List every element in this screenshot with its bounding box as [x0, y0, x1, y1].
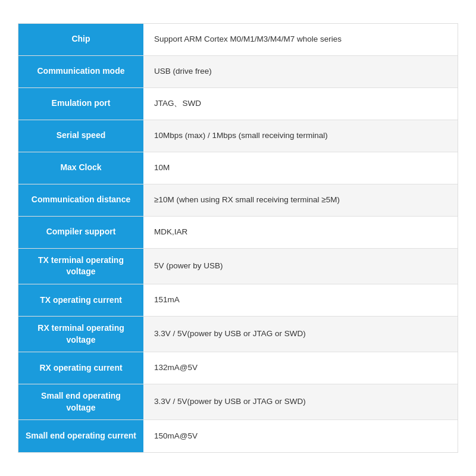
value-cell: Support ARM Cortex M0/M1/M3/M4/M7 whole …	[143, 24, 458, 55]
label-cell: TX operating current	[18, 284, 143, 316]
label-cell: Communication mode	[18, 56, 143, 87]
value-cell: 10M	[143, 152, 458, 184]
table-row: RX operating current132mA@5V	[18, 352, 458, 384]
label-cell: Communication distance	[18, 184, 143, 216]
table-row: Serial speed10Mbps (max) / 1Mbps (small …	[18, 120, 458, 152]
label-cell: Small end operating current	[18, 420, 143, 452]
label-cell: RX terminal operating voltage	[18, 317, 143, 352]
value-cell: MDK,IAR	[143, 217, 458, 248]
label-cell: Emulation port	[18, 88, 143, 120]
label-cell: Small end operating voltage	[18, 384, 143, 419]
table-row: RX terminal operating voltage3.3V / 5V(p…	[18, 317, 458, 352]
table-row: Max Clock10M	[18, 152, 458, 184]
value-cell: USB (drive free)	[143, 56, 458, 87]
value-cell: 3.3V / 5V(power by USB or JTAG or SWD)	[143, 317, 458, 352]
value-cell: ≥10M (when using RX small receiving term…	[143, 184, 458, 216]
table-row: ChipSupport ARM Cortex M0/M1/M3/M4/M7 wh…	[18, 24, 458, 56]
table-row: Communication modeUSB (drive free)	[18, 56, 458, 88]
value-cell: 3.3V / 5V(power by USB or JTAG or SWD)	[143, 384, 458, 419]
label-cell: RX operating current	[18, 352, 143, 384]
value-cell: 5V (power by USB)	[143, 249, 458, 284]
label-cell: Max Clock	[18, 152, 143, 184]
specs-table: ChipSupport ARM Cortex M0/M1/M3/M4/M7 wh…	[18, 23, 458, 453]
value-cell: 10Mbps (max) / 1Mbps (small receiving te…	[143, 120, 458, 152]
table-row: Emulation portJTAG、SWD	[18, 88, 458, 120]
label-cell: Chip	[18, 24, 143, 55]
table-row: TX operating current151mA	[18, 284, 458, 317]
value-cell: JTAG、SWD	[143, 88, 458, 120]
label-cell: Serial speed	[18, 120, 143, 152]
value-cell: 151mA	[143, 284, 458, 316]
value-cell: 132mA@5V	[143, 352, 458, 384]
table-row: Compiler supportMDK,IAR	[18, 217, 458, 249]
table-row: Small end operating current150mA@5V	[18, 420, 458, 452]
value-cell: 150mA@5V	[143, 420, 458, 452]
table-row: Small end operating voltage3.3V / 5V(pow…	[18, 384, 458, 420]
table-row: Communication distance≥10M (when using R…	[18, 184, 458, 217]
label-cell: TX terminal operating voltage	[18, 249, 143, 284]
table-row: TX terminal operating voltage5V (power b…	[18, 249, 458, 284]
label-cell: Compiler support	[18, 217, 143, 248]
